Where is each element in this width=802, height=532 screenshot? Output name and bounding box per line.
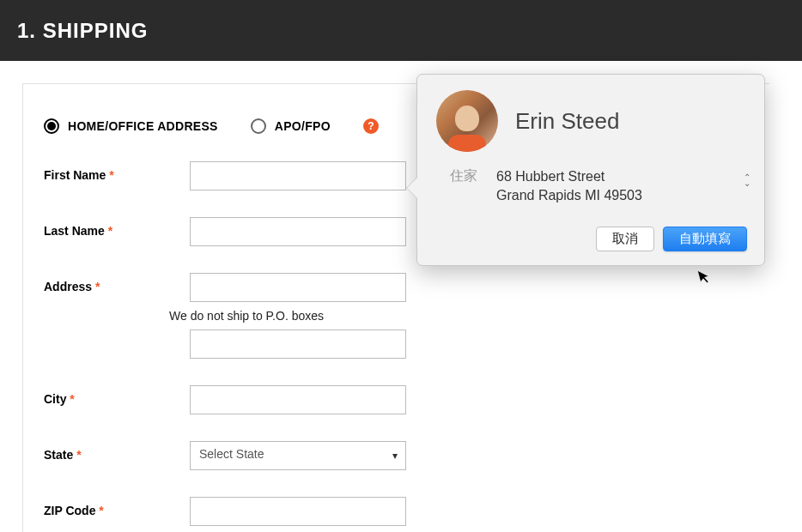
autofill-contact-name: Erin Steed xyxy=(515,108,619,135)
radio-filled-icon xyxy=(44,118,59,134)
state-row: State * Select State ▾ xyxy=(44,441,735,470)
zip-label: ZIP Code * xyxy=(44,497,190,517)
autofill-address-type-label: 住家 xyxy=(450,167,483,185)
address-input-column: We do not ship to P.O. boxes xyxy=(190,273,406,359)
radio-apo-fpo[interactable]: APO/FPO xyxy=(251,118,331,134)
last-name-label: Last Name * xyxy=(44,217,190,238)
last-name-input[interactable] xyxy=(190,217,406,246)
city-input[interactable] xyxy=(190,385,406,414)
radio-apo-label: APO/FPO xyxy=(275,119,331,133)
zip-input[interactable] xyxy=(190,497,406,526)
state-select-wrapper: Select State ▾ xyxy=(190,441,406,470)
autofill-button[interactable]: 自動填寫 xyxy=(663,227,747,251)
autofill-address-text: 68 Hubbert Street Grand Rapids MI 49503 xyxy=(496,167,642,206)
help-icon[interactable]: ? xyxy=(363,118,379,134)
autofill-button-row: 取消 自動填寫 xyxy=(436,227,747,251)
address-stepper-icon[interactable]: ⌃ ⌄ xyxy=(744,174,750,186)
autofill-address-line1: 68 Hubbert Street xyxy=(496,167,642,186)
radio-home-office[interactable]: HOME/OFFICE ADDRESS xyxy=(44,118,218,134)
address-line1-input[interactable] xyxy=(190,273,406,302)
radio-empty-icon xyxy=(251,118,266,134)
autofill-address-row[interactable]: 住家 68 Hubbert Street Grand Rapids MI 495… xyxy=(450,167,747,206)
radio-home-label: HOME/OFFICE ADDRESS xyxy=(68,119,218,133)
autofill-popup: Erin Steed 住家 68 Hubbert Street Grand Ra… xyxy=(416,74,765,266)
avatar xyxy=(436,90,498,152)
city-label: City * xyxy=(44,385,190,406)
chevron-down-icon: ⌄ xyxy=(744,180,750,186)
autofill-header: Erin Steed xyxy=(436,90,747,152)
address-label: Address * xyxy=(44,273,190,293)
address-row: Address * We do not ship to P.O. boxes xyxy=(44,273,735,359)
first-name-input[interactable] xyxy=(190,161,406,190)
city-row: City * xyxy=(44,385,735,414)
address-helper-text: We do not ship to P.O. boxes xyxy=(169,309,406,323)
state-select[interactable]: Select State xyxy=(190,441,406,470)
address-line2-input[interactable] xyxy=(190,329,406,359)
first-name-label: First Name * xyxy=(44,161,190,182)
cancel-button[interactable]: 取消 xyxy=(596,227,654,251)
zip-row: ZIP Code * xyxy=(44,497,735,526)
page-title: 1. SHIPPING xyxy=(17,19,785,43)
checkout-step-header: 1. SHIPPING xyxy=(0,0,802,61)
state-label: State * xyxy=(44,441,190,462)
autofill-address-line2: Grand Rapids MI 49503 xyxy=(496,186,642,205)
